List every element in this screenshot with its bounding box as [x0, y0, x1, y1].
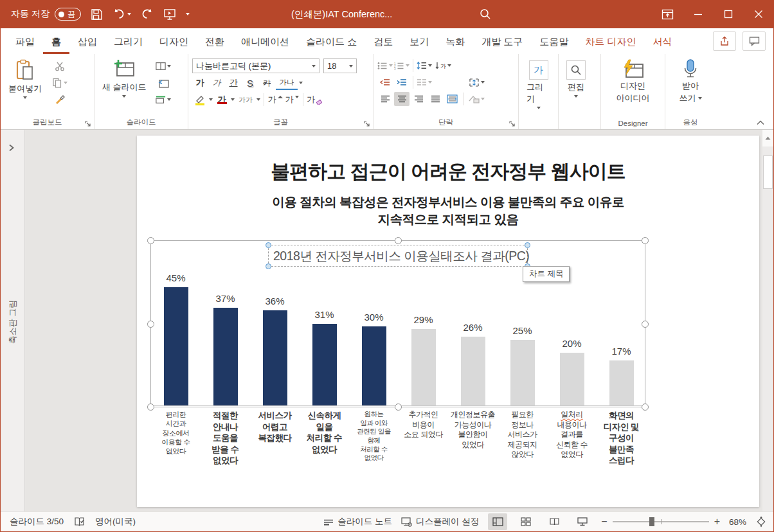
zoom-slider-track[interactable] [613, 521, 709, 522]
design-ideas-button[interactable]: 디자인 아이디어 [611, 58, 655, 107]
align-center-button[interactable] [394, 92, 410, 106]
tab-chart-design[interactable]: 차트 디자인 [577, 36, 644, 54]
draw-shapes-button[interactable]: 가 그리기 [521, 58, 555, 112]
close-button[interactable] [743, 0, 773, 28]
decrease-font-button[interactable]: 가 [284, 93, 300, 107]
clear-formatting-button[interactable]: 가 [307, 93, 322, 107]
chart-resize-handle[interactable] [147, 237, 154, 244]
undo-button[interactable] [113, 8, 131, 20]
tab-help[interactable]: 도움말 [531, 36, 577, 54]
undo-dropdown-icon[interactable] [127, 13, 131, 15]
paragraph-dialog-launcher[interactable] [509, 121, 515, 127]
chart-bar[interactable] [510, 340, 535, 405]
chart-resize-handle[interactable] [147, 403, 154, 411]
search-button[interactable] [479, 8, 492, 21]
distribute-button[interactable] [444, 92, 460, 106]
italic-button[interactable]: 가 [209, 76, 224, 90]
scrollbar-thumb[interactable] [763, 155, 773, 189]
fit-to-window-button[interactable] [755, 516, 767, 528]
zoom-level[interactable]: 68% [729, 517, 746, 527]
tab-developer[interactable]: 개발 도구 [473, 36, 531, 54]
strikethrough-button[interactable]: 캬 [259, 76, 274, 90]
convert-smartart-button[interactable] [467, 92, 486, 106]
clipboard-dialog-launcher[interactable] [85, 121, 91, 127]
redo-button[interactable] [141, 8, 154, 20]
ribbon-display-options-button[interactable] [652, 0, 683, 28]
tab-design[interactable]: 디자인 [151, 36, 197, 54]
share-button[interactable] [713, 31, 736, 51]
chart-bar[interactable] [609, 360, 634, 405]
textbox-resize-handle[interactable] [525, 242, 530, 248]
slideshow-view-button[interactable] [573, 513, 592, 530]
chart-object[interactable]: 2018년 전자정부서비스 이용실태조사 결과(PC) 차트 제목 45%37%… [150, 240, 645, 407]
editing-button[interactable]: 편집 [561, 58, 591, 100]
textbox-resize-handle[interactable] [266, 263, 271, 269]
chart-resize-handle[interactable] [147, 321, 154, 328]
chart-title-textbox[interactable]: 2018년 전자정부서비스 이용실태조사 결과(PC) [268, 245, 528, 267]
align-right-button[interactable] [411, 92, 426, 106]
tab-insert[interactable]: 삽입 [69, 36, 105, 54]
minimize-button[interactable] [683, 0, 713, 28]
align-left-button[interactable] [377, 92, 393, 106]
chart-bar[interactable] [263, 310, 287, 405]
bullets-button[interactable] [377, 58, 393, 73]
font-dialog-launcher[interactable] [364, 121, 370, 127]
font-size-select[interactable]: 18 [323, 58, 357, 73]
maximize-button[interactable] [713, 0, 743, 28]
line-spacing-button[interactable] [417, 58, 432, 73]
tab-view[interactable]: 보기 [401, 36, 437, 54]
tab-review[interactable]: 검토 [365, 36, 401, 54]
align-text-button[interactable] [467, 75, 486, 89]
new-slide-button[interactable]: 새 슬라이드 [97, 58, 152, 100]
chart-resize-handle[interactable] [395, 403, 402, 411]
bold-button[interactable]: 가 [192, 76, 208, 90]
collapse-ribbon-button[interactable] [757, 120, 764, 125]
tab-slideshow[interactable]: 슬라이드 쇼 [298, 36, 365, 54]
vertical-scrollbar[interactable] [762, 130, 773, 511]
slide-subtitle[interactable]: 이용 절차의 복잡성은 전자정부서비스 이용 불만족의 주요 이유로 지속적으로… [137, 193, 759, 228]
justify-button[interactable] [428, 92, 443, 106]
font-name-select[interactable]: 나눔바른고딕 (본문) [192, 58, 320, 73]
thumbnail-pane-collapsed[interactable]: 축소판 그림 [1, 130, 25, 511]
chart-bar[interactable] [362, 326, 386, 405]
section-button[interactable] [156, 93, 171, 107]
layout-button[interactable] [156, 59, 171, 73]
chart-title-text[interactable]: 2018년 전자정부서비스 이용실태조사 결과(PC) [273, 247, 529, 265]
chart-bar[interactable] [411, 329, 436, 405]
zoom-in-button[interactable]: + [714, 516, 720, 528]
dictate-button[interactable]: 받아 쓰기 [674, 58, 707, 107]
start-slideshow-button[interactable] [163, 8, 176, 21]
highlight-color-button[interactable] [192, 93, 208, 107]
chart-resize-handle[interactable] [642, 321, 649, 328]
chart-bar[interactable] [213, 308, 238, 405]
language-indicator[interactable]: 영어(미국) [95, 516, 136, 528]
character-spacing-button[interactable]: 가나 [276, 76, 298, 90]
paste-button[interactable]: 붙여넣기 [3, 58, 47, 102]
numbering-button[interactable]: 123 [394, 58, 410, 73]
save-button[interactable] [91, 8, 103, 21]
copy-button[interactable] [52, 76, 68, 90]
chart-resize-handle[interactable] [642, 237, 649, 244]
textbox-resize-handle[interactable] [266, 242, 271, 248]
columns-button[interactable] [417, 75, 432, 89]
tab-home[interactable]: 홈 [43, 36, 69, 54]
notes-button[interactable]: 슬라이드 노트 [323, 516, 392, 528]
increase-font-button[interactable]: 가 [267, 93, 283, 107]
autosave-toggle[interactable]: 자동 저장 끔 [11, 8, 81, 21]
text-shadow-button[interactable]: S [242, 76, 258, 90]
font-color-button[interactable]: 가 [214, 93, 230, 107]
chart-bar[interactable] [312, 324, 337, 405]
tab-format[interactable]: 서식 [645, 36, 681, 54]
display-settings-button[interactable]: 디스플레이 설정 [401, 516, 479, 528]
scroll-up-button[interactable] [762, 130, 773, 146]
normal-view-button[interactable] [488, 513, 507, 530]
reset-slide-button[interactable] [156, 76, 171, 90]
cut-button[interactable] [52, 59, 68, 73]
increase-indent-button[interactable] [394, 75, 410, 89]
comments-button[interactable] [742, 31, 766, 51]
chart-resize-handle[interactable] [395, 237, 402, 244]
spellcheck-button[interactable] [74, 517, 85, 528]
tab-record[interactable]: 녹화 [437, 36, 473, 54]
slide-canvas[interactable]: 불편하고 접근이 어려운 전자정부 웹사이트 이용 절차의 복잡성은 전자정부서… [137, 136, 759, 507]
zoom-slider-thumb[interactable] [649, 517, 654, 526]
